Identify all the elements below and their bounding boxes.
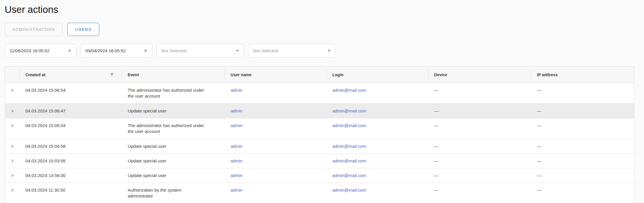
expand-cell <box>5 104 20 118</box>
event-text: Update special user <box>128 143 167 149</box>
tab-users[interactable]: USERS <box>67 23 99 36</box>
login-link[interactable]: admin@mail.com <box>332 108 366 113</box>
event-cell: The administrator has authorized under t… <box>122 83 225 103</box>
header-ip-address: IP address <box>531 67 634 83</box>
chevron-right-icon <box>10 173 14 178</box>
user-name-cell: admin <box>225 154 327 168</box>
chevron-down-icon <box>328 50 331 52</box>
device-cell: — <box>428 83 531 103</box>
user-name-link[interactable]: admin <box>231 88 242 93</box>
login-cell: admin@mail.com <box>327 139 428 153</box>
clear-date-to-icon[interactable]: ✕ <box>141 48 147 53</box>
filter-funnel-icon[interactable] <box>110 73 114 77</box>
expand-cell <box>5 154 20 168</box>
user-name-link[interactable]: admin <box>231 144 242 149</box>
login-link[interactable]: admin@mail.com <box>332 88 366 93</box>
created-at-cell: 04.03.2024 14:56:00 <box>20 168 122 183</box>
ip-address-cell: — <box>531 104 634 118</box>
login-cell: admin@mail.com <box>327 154 428 168</box>
user-name-cell: admin <box>225 139 327 153</box>
table-row: 04.03.2024 15:06:54 The administrator ha… <box>5 83 634 104</box>
event-text: Update special user <box>128 108 167 114</box>
chevron-right-icon <box>10 124 14 128</box>
table-row: 04.03.2024 15:04:58 Update special user … <box>5 139 634 154</box>
user-name-link[interactable]: admin <box>231 173 242 178</box>
user-name-cell: admin <box>225 183 327 203</box>
device-cell: — <box>428 104 531 118</box>
user-name-link[interactable]: admin <box>231 188 242 192</box>
ip-address-cell: — <box>531 154 634 168</box>
event-text: The administrator has authorized under t… <box>128 123 207 134</box>
event-text: Update special user <box>128 158 167 164</box>
device-cell: — <box>428 183 531 203</box>
event-cell: The administrator has authorized under t… <box>122 118 225 139</box>
event-type-select-value: Not Selected <box>161 48 236 53</box>
expand-cell <box>5 139 20 153</box>
expand-cell <box>5 168 20 183</box>
created-at-cell: 04.03.2024 15:06:54 <box>20 83 122 103</box>
event-text: Update special user <box>128 173 167 178</box>
login-cell: admin@mail.com <box>327 118 428 139</box>
page-title: User actions <box>5 4 644 15</box>
ip-address-cell: — <box>531 118 634 139</box>
chevron-right-icon <box>10 144 14 148</box>
login-link[interactable]: admin@mail.com <box>332 123 366 128</box>
device-cell: — <box>428 118 531 139</box>
created-at-cell: 04.03.2024 15:03:05 <box>20 154 122 168</box>
created-at-cell: 04.03.2024 11:30:50 <box>20 183 122 203</box>
expand-row-button[interactable] <box>9 158 15 164</box>
login-link[interactable]: admin@mail.com <box>332 188 366 192</box>
chevron-right-icon <box>10 88 14 92</box>
login-cell: admin@mail.com <box>327 168 428 183</box>
login-link[interactable]: admin@mail.com <box>332 144 366 149</box>
tab-administrators[interactable]: ADMINISTRATORS <box>5 23 62 36</box>
expand-row-button[interactable] <box>9 108 15 114</box>
header-device: Device <box>428 67 531 83</box>
user-select-value: Not Selected <box>253 48 328 53</box>
user-name-link[interactable]: admin <box>231 123 242 128</box>
login-link[interactable]: admin@mail.com <box>332 158 366 163</box>
event-cell: Update special user <box>122 104 225 118</box>
login-cell: admin@mail.com <box>327 183 428 203</box>
expand-row-button[interactable] <box>9 87 15 93</box>
chevron-right-icon <box>10 188 14 192</box>
user-name-cell: admin <box>225 104 327 118</box>
created-at-cell: 04.03.2024 15:04:58 <box>20 139 122 153</box>
filter-bar: 11/06/2023 16:05:52 ✕ 03/04/2024 16:05:5… <box>5 44 644 58</box>
header-expand-column <box>5 67 20 83</box>
table-row: 04.03.2024 15:03:05 Update special user … <box>5 154 634 168</box>
expand-row-button[interactable] <box>9 187 15 193</box>
expand-row-button[interactable] <box>9 123 15 129</box>
user-name-cell: admin <box>225 83 327 103</box>
header-created-at-label: Created at <box>25 72 45 77</box>
user-select[interactable]: Not Selected <box>248 44 336 58</box>
login-link[interactable]: admin@mail.com <box>332 173 366 178</box>
chevron-right-icon <box>10 159 14 163</box>
table-body: 04.03.2024 15:06:54 The administrator ha… <box>5 83 634 203</box>
header-created-at: Created at <box>20 67 122 83</box>
ip-address-cell: — <box>531 168 634 183</box>
expand-row-button[interactable] <box>9 173 15 178</box>
user-name-link[interactable]: admin <box>231 108 242 113</box>
event-type-select[interactable]: Not Selected <box>156 44 244 58</box>
table-header: Created at Event User name Login Device … <box>5 67 634 83</box>
header-user-name: User name <box>225 67 327 83</box>
table-row: 04.03.2024 14:56:00 Update special user … <box>5 168 634 183</box>
user-name-cell: admin <box>225 168 327 183</box>
created-at-cell: 04.03.2024 15:06:47 <box>20 104 122 118</box>
table-row: 04.03.2024 11:30:50 Authorization by the… <box>5 183 634 203</box>
user-name-link[interactable]: admin <box>231 158 242 163</box>
user-name-cell: admin <box>225 118 327 139</box>
device-cell: — <box>428 139 531 153</box>
expand-row-button[interactable] <box>9 143 15 149</box>
clear-date-from-icon[interactable]: ✕ <box>65 48 71 53</box>
expand-cell <box>5 118 20 139</box>
date-from-input[interactable]: 11/06/2023 16:05:52 ✕ <box>5 44 76 58</box>
date-to-input[interactable]: 03/04/2024 16:05:52 ✕ <box>81 44 152 58</box>
chevron-right-icon <box>10 109 14 113</box>
user-actions-page: User actions ADMINISTRATORS USERS 11/06/… <box>0 0 644 203</box>
table-row: 04.03.2024 15:05:04 The administrator ha… <box>5 118 634 139</box>
device-cell: — <box>428 154 531 168</box>
user-actions-table: Created at Event User name Login Device … <box>5 66 634 203</box>
tab-group: ADMINISTRATORS USERS <box>5 23 644 36</box>
